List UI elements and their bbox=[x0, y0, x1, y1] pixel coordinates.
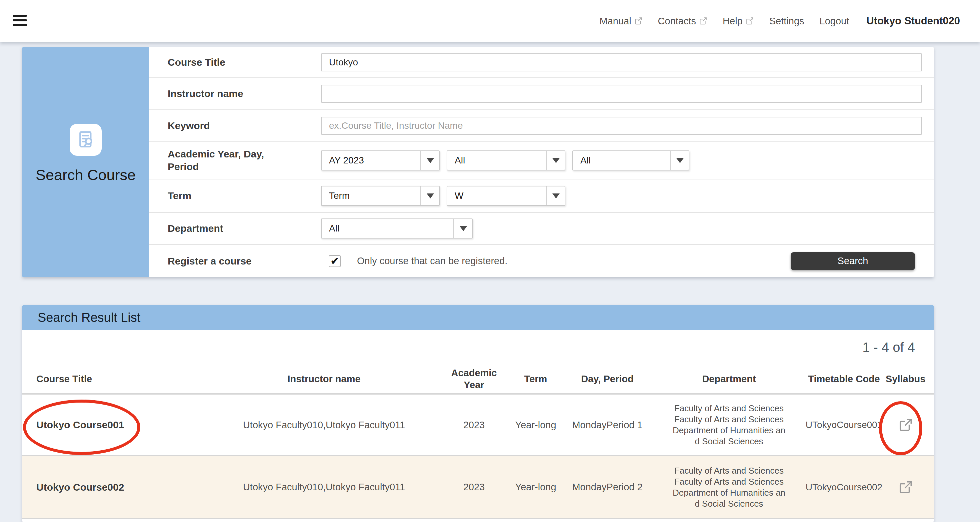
day-period-cell: MondayPeriod 1 bbox=[559, 420, 655, 431]
nav-settings-label: Settings bbox=[769, 16, 804, 27]
form-row-department: Department All bbox=[149, 213, 934, 245]
search-result-list-title: Search Result List bbox=[22, 305, 934, 330]
course-title-link[interactable]: Utokyo Course001 bbox=[37, 419, 124, 430]
nav-logout-label: Logout bbox=[820, 16, 850, 27]
col-academic-year: Academic Year bbox=[436, 367, 512, 391]
external-link-icon bbox=[698, 17, 707, 26]
day-period-cell: MondayPeriod 2 bbox=[559, 482, 655, 493]
result-row-1: Utokyo Course001 Utokyo Faculty010,Utoky… bbox=[22, 394, 934, 456]
external-link-icon bbox=[745, 17, 754, 26]
timetable-code-cell: UTokyoCourse002 bbox=[802, 482, 886, 493]
day-select[interactable]: All bbox=[447, 150, 565, 171]
term-cell: Year-long bbox=[512, 420, 559, 431]
nav-help-label: Help bbox=[723, 16, 743, 27]
top-navigation: Manual Contacts Help Settings Logout Uto… bbox=[599, 0, 960, 42]
col-instructor-name: Instructor name bbox=[212, 373, 436, 385]
nav-logout[interactable]: Logout bbox=[820, 16, 850, 27]
nav-contacts-label: Contacts bbox=[658, 16, 696, 27]
chevron-down-icon bbox=[460, 226, 467, 231]
keyword-input[interactable] bbox=[321, 117, 922, 135]
col-day-period: Day, Period bbox=[559, 373, 655, 385]
search-result-panel: Search Result List 1 - 4 of 4 Course Tit… bbox=[22, 305, 934, 522]
timetable-code-cell: UTokyoCourse001 bbox=[802, 420, 886, 430]
nav-contacts[interactable]: Contacts bbox=[658, 16, 707, 27]
chevron-down-icon bbox=[427, 193, 434, 198]
syllabus-link-icon[interactable] bbox=[886, 480, 925, 495]
department-cell: Faculty of Arts and Sciences Faculty of … bbox=[655, 465, 802, 509]
year-cell: 2023 bbox=[436, 420, 512, 431]
term-type-select[interactable]: Term bbox=[321, 186, 440, 206]
search-course-sidebar: Search Course bbox=[22, 47, 149, 277]
academic-label: Academic Year, Day, Period bbox=[149, 148, 321, 173]
col-department: Department bbox=[655, 373, 802, 385]
period-select[interactable]: All bbox=[572, 150, 689, 171]
logged-in-user: Utokyo Student020 bbox=[866, 15, 960, 27]
syllabus-link-icon[interactable] bbox=[886, 417, 925, 433]
academic-year-select[interactable]: AY 2023 bbox=[321, 150, 440, 171]
form-row-instructor: Instructor name bbox=[149, 78, 934, 110]
chevron-down-icon bbox=[552, 193, 560, 198]
search-form: Course Title Instructor name Keyword Aca… bbox=[149, 47, 934, 277]
term-value-select[interactable]: W bbox=[447, 186, 565, 206]
department-cell: Faculty of Arts and Sciences Faculty of … bbox=[655, 403, 802, 447]
form-row-register: Register a course ✔ Only course that can… bbox=[149, 245, 934, 277]
course-title-label: Course Title bbox=[149, 56, 321, 69]
search-panel-title: Search Course bbox=[22, 166, 149, 184]
chevron-down-icon bbox=[427, 158, 434, 163]
nav-settings[interactable]: Settings bbox=[769, 16, 804, 27]
col-syllabus: Syllabus bbox=[886, 373, 925, 385]
nav-manual-label: Manual bbox=[599, 16, 631, 27]
term-cell: Year-long bbox=[512, 482, 559, 493]
form-row-term: Term Term W bbox=[149, 179, 934, 213]
col-course-title: Course Title bbox=[22, 373, 212, 385]
col-term: Term bbox=[512, 373, 559, 385]
year-cell: 2023 bbox=[436, 482, 512, 493]
result-table-header: Course Title Instructor name Academic Ye… bbox=[22, 365, 934, 394]
form-row-keyword: Keyword bbox=[149, 110, 934, 142]
checkmark-icon: ✔ bbox=[331, 255, 339, 267]
course-title-input[interactable] bbox=[321, 53, 922, 71]
search-button[interactable]: Search bbox=[791, 252, 915, 270]
result-count: 1 - 4 of 4 bbox=[22, 330, 934, 365]
form-row-course-title: Course Title bbox=[149, 47, 934, 78]
external-link-icon bbox=[634, 17, 643, 26]
instructor-cell: Utokyo Faculty010,Utokyo Faculty011 bbox=[212, 420, 436, 431]
department-select[interactable]: All bbox=[321, 219, 473, 238]
top-header-bar: Manual Contacts Help Settings Logout Uto… bbox=[0, 0, 980, 42]
keyword-label: Keyword bbox=[149, 120, 321, 132]
col-timetable-code: Timetable Code bbox=[802, 373, 886, 385]
hamburger-menu-icon[interactable] bbox=[13, 15, 27, 26]
register-checkbox-label: Only course that can be registered. bbox=[357, 255, 508, 267]
department-label: Department bbox=[149, 222, 321, 235]
chevron-down-icon bbox=[676, 158, 684, 163]
result-row-2: Utokyo Course002 Utokyo Faculty010,Utoky… bbox=[22, 456, 934, 519]
register-course-label: Register a course bbox=[149, 255, 321, 268]
form-row-academic: Academic Year, Day, Period AY 2023 All A… bbox=[149, 142, 934, 179]
page: Manual Contacts Help Settings Logout Uto… bbox=[0, 0, 980, 522]
nav-help[interactable]: Help bbox=[723, 16, 754, 27]
register-checkbox[interactable]: ✔ bbox=[329, 255, 340, 267]
instructor-cell: Utokyo Faculty010,Utokyo Faculty011 bbox=[212, 482, 436, 493]
term-label: Term bbox=[149, 190, 321, 202]
course-title-link[interactable]: Utokyo Course002 bbox=[37, 482, 124, 493]
chevron-down-icon bbox=[552, 158, 560, 163]
instructor-name-label: Instructor name bbox=[149, 88, 321, 100]
search-course-panel: Search Course Course Title Instructor na… bbox=[22, 47, 934, 277]
nav-manual[interactable]: Manual bbox=[599, 16, 642, 27]
instructor-name-input[interactable] bbox=[321, 85, 922, 103]
search-course-icon bbox=[70, 124, 102, 156]
